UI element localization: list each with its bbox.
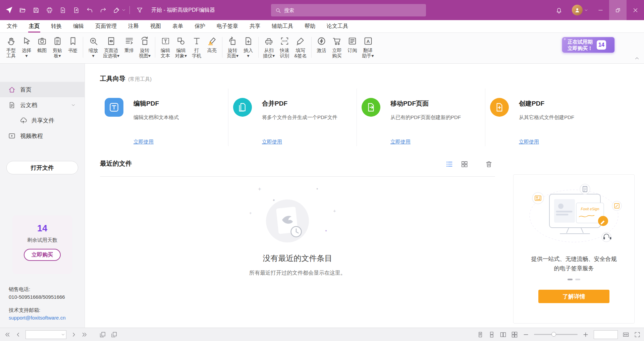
zoom-slider[interactable]: [534, 334, 578, 335]
ribbon-reflow[interactable]: 重排: [121, 36, 137, 54]
use-now-link[interactable]: 立即使用: [519, 139, 539, 145]
notifications-button[interactable]: [552, 4, 565, 16]
use-now-link[interactable]: 立即使用: [390, 139, 411, 145]
page-dropdown-icon[interactable]: [61, 332, 65, 337]
customize-toolbar-button[interactable]: [133, 4, 146, 16]
last-page-icon[interactable]: [81, 331, 88, 338]
zoom-level-box[interactable]: [594, 330, 618, 339]
menu-tab-protect[interactable]: 保护: [195, 20, 205, 33]
redo-button[interactable]: [97, 4, 109, 16]
prev-page-icon[interactable]: [15, 331, 21, 338]
menu-tab-convert[interactable]: 转换: [51, 20, 62, 33]
close-button[interactable]: [627, 0, 644, 20]
print-button[interactable]: [43, 4, 56, 16]
sidebar-item-shared-files[interactable]: 共享文件: [0, 113, 85, 128]
zoom-slider-knob[interactable]: [551, 332, 556, 337]
carousel-dots[interactable]: [514, 279, 634, 280]
search-bar[interactable]: [271, 4, 426, 16]
page-number-box[interactable]: [25, 330, 66, 339]
ribbon-subscribe[interactable]: 订阅: [345, 36, 360, 54]
tool-card-move-pdf-pages[interactable]: 移动PDF页面 从已有的PDF页面创建新的PDF 立即使用: [357, 89, 485, 146]
fit-width-icon[interactable]: [623, 331, 629, 338]
search-input[interactable]: [284, 7, 422, 13]
zoom-level-input[interactable]: [594, 331, 618, 339]
ribbon-select[interactable]: 选择 ▾: [19, 36, 34, 59]
export-pdf-button[interactable]: [56, 4, 69, 16]
single-page-view-icon[interactable]: [477, 331, 484, 338]
grid-view-icon[interactable]: [461, 160, 468, 168]
tool-card-merge-pdf[interactable]: 合并PDF 将多个文件合并生成一个PDF文件 立即使用: [228, 89, 357, 146]
undo-button[interactable]: [83, 4, 96, 16]
menu-tab-page-manage[interactable]: 页面管理: [95, 20, 117, 33]
menu-tab-form[interactable]: 表单: [172, 20, 183, 33]
account-chevron-down-icon[interactable]: [584, 8, 588, 12]
zoom-out-icon[interactable]: [523, 331, 529, 338]
use-now-link[interactable]: 立即使用: [262, 139, 282, 145]
ribbon-activate[interactable]: 激活: [314, 36, 329, 54]
avatar[interactable]: [572, 5, 583, 15]
ribbon-fill-sign[interactable]: 填写 &签名: [292, 36, 309, 59]
menu-tab-help[interactable]: 帮助: [305, 20, 315, 33]
snapshot-pages-icon[interactable]: [99, 331, 106, 338]
tool-card-create-pdf[interactable]: 创建PDF 从其它格式文件创建PDF 立即使用: [485, 89, 614, 146]
ribbon-highlight[interactable]: 高亮: [204, 36, 220, 54]
ribbon-bookmark[interactable]: 书签: [65, 36, 80, 54]
save-button[interactable]: [30, 4, 42, 16]
ribbon-fit-options[interactable]: 页面适 应选项▾: [101, 36, 121, 59]
ribbon-edit-text[interactable]: 编辑 文本: [158, 36, 173, 59]
open-file-main-button[interactable]: 打开文件: [6, 161, 78, 174]
menu-tab-assist-tools[interactable]: 辅助工具: [272, 20, 293, 33]
use-now-link[interactable]: 立即使用: [133, 139, 154, 145]
minimize-button[interactable]: [592, 0, 609, 20]
zoom-in-icon[interactable]: [582, 331, 589, 338]
menu-tab-share[interactable]: 共享: [250, 20, 260, 33]
ribbon-edit-object[interactable]: 编辑 对象▾: [173, 36, 189, 59]
app-menu-button[interactable]: [3, 4, 15, 16]
facing-view-icon[interactable]: [500, 331, 506, 338]
open-file-button[interactable]: [16, 4, 29, 16]
sidebar-item-home[interactable]: 首页: [0, 82, 85, 97]
learn-more-button[interactable]: 了解详情: [538, 290, 609, 303]
share-document-button[interactable]: [70, 4, 83, 16]
menu-tab-comment[interactable]: 注释: [128, 20, 139, 33]
chevron-down-icon[interactable]: [121, 8, 126, 12]
trial-banner[interactable]: 正在试用期 立即购买！ 14: [562, 37, 615, 53]
facing-continuous-view-icon[interactable]: [511, 331, 518, 338]
menu-tab-file[interactable]: 文件: [7, 20, 17, 33]
ribbon-snapshot[interactable]: 截图: [34, 36, 50, 54]
ribbon-quick-ocr[interactable]: OCR 快速 识别: [277, 36, 292, 59]
clear-recent-icon[interactable]: [485, 160, 493, 168]
list-view-icon[interactable]: [445, 160, 453, 168]
page-number-input[interactable]: [26, 332, 61, 337]
sidebar-item-cloud-docs[interactable]: 云文档: [0, 97, 85, 113]
snapshot-pages-alt-icon[interactable]: [111, 331, 117, 338]
tool-card-edit-pdf[interactable]: 编辑PDF 编辑文档和文本格式 立即使用: [100, 89, 228, 146]
continuous-view-icon[interactable]: [488, 331, 495, 338]
ribbon-buy-now[interactable]: 立即 购买: [329, 36, 345, 59]
chevron-down-icon[interactable]: [71, 103, 76, 108]
ribbon-clipboard[interactable]: 剪贴 板▾: [50, 36, 65, 59]
ribbon-zoom[interactable]: 缩放 ▾: [86, 36, 101, 59]
menu-tab-home[interactable]: 主页: [29, 20, 40, 33]
menu-tab-edit[interactable]: 编辑: [73, 20, 84, 33]
first-page-icon[interactable]: [4, 331, 11, 338]
ribbon-typewriter[interactable]: 打 字机: [189, 36, 204, 59]
restore-button[interactable]: [609, 0, 627, 20]
ribbon-translate-assistant[interactable]: A 翻译 助手▾: [360, 36, 376, 59]
ribbon-rotate-pages[interactable]: 旋转 页面▾: [225, 36, 240, 59]
ribbon-hand-tool[interactable]: 手型 工具: [3, 36, 19, 59]
collapse-ribbon-icon[interactable]: [634, 55, 640, 61]
ribbon-insert[interactable]: 插入 ▾: [240, 36, 256, 59]
sidebar-item-video-tutorials[interactable]: 视频教程: [0, 128, 85, 144]
menu-tab-view[interactable]: 视图: [150, 20, 161, 33]
ribbon-rotate-view[interactable]: 旋转 视图▾: [137, 36, 153, 59]
next-page-icon[interactable]: [70, 331, 77, 338]
ribbon-from-scanner[interactable]: 从扫 描仪▾: [261, 36, 277, 59]
menu-tab-esignature[interactable]: 电子签章: [217, 20, 238, 33]
esign-tool-button[interactable]: [110, 4, 123, 16]
menu-tab-paper-tools[interactable]: 论文工具: [327, 20, 348, 33]
support-email-link[interactable]: support@foxitsoftware.cn: [9, 315, 65, 321]
fullscreen-icon[interactable]: [634, 331, 641, 338]
edittext-icon: [161, 36, 170, 46]
buy-now-button[interactable]: 立即购买: [24, 249, 61, 261]
